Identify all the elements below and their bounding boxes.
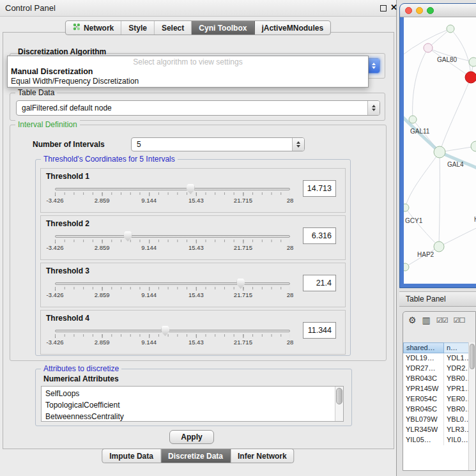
network-node-pink[interactable] bbox=[424, 43, 433, 52]
control-panel-titlebar: Control Panel ✕ bbox=[0, 0, 396, 17]
scale-label: 28 bbox=[287, 291, 294, 298]
slider-track bbox=[55, 235, 290, 238]
network-window-titlebar[interactable] bbox=[400, 4, 476, 17]
tab-network[interactable]: Network bbox=[66, 21, 121, 35]
table-row[interactable]: YBR043CYBR0… bbox=[403, 374, 468, 384]
algorithm-dropdown-popup: Select algorithm to view settings Manual… bbox=[7, 56, 369, 88]
threshold-1-value-field[interactable]: 14.713 bbox=[303, 180, 336, 197]
tab-infer-network[interactable]: Infer Network bbox=[231, 449, 294, 463]
network-node[interactable] bbox=[469, 58, 476, 66]
network-canvas[interactable]: GAL80 GAL11 GAL4 GCY1 HAP2 H bbox=[404, 17, 476, 284]
dropdown-placeholder: Select algorithm to view settings bbox=[8, 56, 368, 66]
network-node[interactable] bbox=[434, 146, 445, 158]
cell: YIL05… bbox=[403, 435, 444, 445]
combobox-stepper-icon[interactable] bbox=[292, 138, 304, 151]
list-item-topologicalcoefficient[interactable]: TopologicalCoefficient bbox=[42, 399, 343, 411]
threshold-3-value-field[interactable]: 21.4 bbox=[303, 275, 336, 291]
tab-label: Cyni Toolbox bbox=[199, 24, 247, 33]
slider-ticks bbox=[55, 334, 290, 337]
tab-impute-data[interactable]: Impute Data bbox=[102, 449, 161, 463]
node-label-gal80: GAL80 bbox=[437, 56, 457, 63]
threshold-2-value-field[interactable]: 6.316 bbox=[303, 227, 336, 244]
cyni-toolbox-panel: Discretization Algorithm Select algorith… bbox=[3, 32, 394, 449]
network-node[interactable] bbox=[434, 242, 444, 252]
scale-label: -3.426 bbox=[47, 244, 64, 251]
select-some-rows-icon[interactable]: ☑☐ bbox=[454, 317, 465, 324]
scale-label: 28 bbox=[287, 339, 294, 346]
scale-label: 2.859 bbox=[95, 291, 110, 298]
scale-label: 21.715 bbox=[234, 197, 252, 204]
table-data-combobox-value: galFiltered.sif default node bbox=[17, 104, 367, 112]
close-icon[interactable]: ✕ bbox=[390, 3, 397, 12]
tab-select[interactable]: Select bbox=[155, 21, 192, 35]
threshold-4-panel: Threshold 4 -3.426 2.859 9.144 15.43 21.… bbox=[40, 310, 346, 355]
threshold-2-panel: Threshold 2 -3.426 2.859 9.144 15.43 21.… bbox=[40, 215, 346, 260]
scale-label: 15.43 bbox=[188, 291, 204, 298]
column-header-shared-name[interactable]: shared… bbox=[403, 342, 444, 353]
columns-icon[interactable]: ▥ bbox=[422, 316, 431, 325]
gear-icon[interactable]: ⚙ bbox=[408, 316, 417, 325]
tab-style[interactable]: Style bbox=[121, 21, 155, 35]
mac-minimize-icon[interactable] bbox=[416, 7, 423, 14]
threshold-2-slider[interactable]: -3.426 2.859 9.144 15.43 21.715 28 bbox=[55, 231, 290, 256]
dropdown-option-manual-discretization[interactable]: Manual Discretization bbox=[8, 66, 368, 76]
table-row[interactable]: YDR27…YDR2… bbox=[403, 364, 468, 374]
interval-definition-group-label: Interval Definition bbox=[15, 120, 80, 129]
slider-ticks bbox=[55, 192, 290, 195]
table-panel-window: ⚙ ▥ ☑☑ ☑☐ shared… n… YDL19…YDL1… YDR27…Y… bbox=[403, 311, 476, 471]
mac-zoom-icon[interactable] bbox=[427, 7, 434, 14]
table-row[interactable]: YBR045CYBR0… bbox=[403, 404, 468, 415]
dropdown-option-equal-width-frequency[interactable]: Equal Width/Frequency Discretization bbox=[8, 76, 368, 86]
combobox-stepper-icon[interactable] bbox=[367, 101, 380, 115]
list-scrollbar-thumb[interactable] bbox=[336, 388, 342, 404]
list-item-betweennesscentrality[interactable]: BetweennessCentrality bbox=[42, 411, 343, 422]
cell: YBR0… bbox=[444, 374, 468, 384]
table-row[interactable]: YIL05…YIL0… bbox=[403, 435, 468, 445]
cell: YPR1… bbox=[444, 384, 468, 394]
threshold-1-slider[interactable]: -3.426 2.859 9.144 15.43 21.715 28 bbox=[55, 184, 290, 208]
network-graph: GAL80 GAL11 GAL4 GCY1 HAP2 H bbox=[404, 17, 476, 284]
slider-scale: -3.426 2.859 9.144 15.43 21.715 28 bbox=[55, 197, 290, 204]
select-all-rows-icon[interactable]: ☑☑ bbox=[436, 317, 448, 324]
table-row[interactable]: YBL079WYBL0… bbox=[403, 415, 468, 425]
combobox-stepper-icon[interactable] bbox=[367, 59, 380, 73]
table-row[interactable]: YDL19…YDL1… bbox=[403, 353, 468, 364]
table-row[interactable]: YPR145WYPR1… bbox=[403, 384, 468, 394]
table-row[interactable]: YLR345WYLR3… bbox=[403, 425, 468, 435]
table-row[interactable]: YER054CYER0… bbox=[403, 394, 468, 404]
table-scrollbar-thumb[interactable] bbox=[470, 344, 475, 369]
float-window-icon[interactable] bbox=[380, 5, 387, 12]
tab-label: Infer Network bbox=[238, 452, 287, 461]
threshold-2-label: Threshold 2 bbox=[46, 219, 89, 228]
scale-label: 2.859 bbox=[95, 339, 110, 346]
table-scrollbar[interactable] bbox=[468, 342, 475, 470]
cell: YDL1… bbox=[444, 353, 468, 364]
network-node[interactable] bbox=[404, 204, 409, 211]
network-view-window: GAL80 GAL11 GAL4 GCY1 HAP2 H bbox=[399, 3, 476, 288]
table-data-combobox[interactable]: galFiltered.sif default node bbox=[16, 100, 380, 116]
slider-track bbox=[55, 330, 290, 332]
tab-discretize-data[interactable]: Discretize Data bbox=[161, 449, 231, 463]
threshold-4-slider[interactable]: -3.426 2.859 9.144 15.43 21.715 28 bbox=[55, 326, 290, 350]
cell: YDL19… bbox=[403, 353, 444, 364]
cell: YLR345W bbox=[403, 425, 444, 435]
network-node[interactable] bbox=[447, 25, 454, 33]
network-node[interactable] bbox=[471, 141, 476, 151]
apply-button[interactable]: Apply bbox=[169, 430, 214, 444]
number-of-intervals-combobox[interactable]: 5 bbox=[131, 137, 305, 151]
network-node-red[interactable] bbox=[465, 72, 476, 83]
network-node[interactable] bbox=[404, 263, 409, 271]
numerical-attributes-list[interactable]: SelfLoops TopologicalCoefficient Between… bbox=[41, 386, 344, 422]
scale-label: 2.859 bbox=[95, 244, 110, 251]
list-item-selfloops[interactable]: SelfLoops bbox=[42, 387, 343, 399]
threshold-4-value-field[interactable]: 11.344 bbox=[303, 322, 336, 339]
mac-close-icon[interactable] bbox=[405, 7, 412, 14]
tab-jactivemnodules[interactable]: jActiveMNodules bbox=[254, 21, 330, 35]
scale-label: 2.859 bbox=[95, 197, 110, 204]
number-of-intervals-label: Number of Intervals bbox=[33, 140, 105, 149]
threshold-3-slider[interactable]: -3.426 2.859 9.144 15.43 21.715 28 bbox=[55, 279, 290, 303]
list-scrollbar[interactable] bbox=[335, 387, 343, 421]
tab-cyni-toolbox[interactable]: Cyni Toolbox bbox=[192, 21, 254, 35]
network-node[interactable] bbox=[409, 116, 417, 123]
scale-label: 15.43 bbox=[188, 197, 204, 204]
